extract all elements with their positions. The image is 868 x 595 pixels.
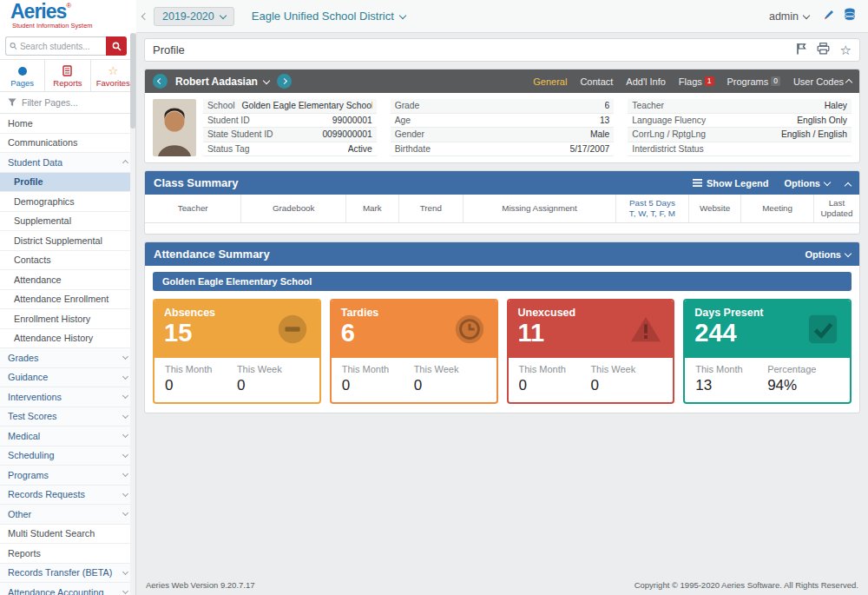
previous-student-button[interactable] xyxy=(153,74,168,89)
field-row: Grade6 xyxy=(391,99,615,114)
sidebar-item-demographics[interactable]: Demographics xyxy=(0,192,135,212)
stat-value: 0 xyxy=(519,377,591,394)
tab-pages[interactable]: Pages xyxy=(0,60,45,91)
column-header-meeting[interactable]: Meeting xyxy=(741,195,814,222)
class-summary-options-button[interactable]: Options xyxy=(784,178,830,188)
card-stats: This Month0 This Week0 xyxy=(332,358,496,402)
column-header-teacher[interactable]: Teacher xyxy=(145,195,241,222)
admin-user-label: admin xyxy=(769,10,799,23)
chevron-down-icon xyxy=(803,11,810,18)
district-select[interactable]: Eagle Unified School District xyxy=(252,10,405,23)
attendance-cards: Absences 15 This Month0 This Week0 xyxy=(153,299,852,404)
student-photo[interactable] xyxy=(153,99,196,156)
search-button[interactable] xyxy=(106,36,127,56)
class-summary-collapse-button[interactable] xyxy=(845,178,851,188)
sidebar-item-medical[interactable]: Medical xyxy=(0,426,135,446)
aeries-logo[interactable]: Aeries® Student Information System xyxy=(0,0,136,33)
page-toolbar: Profile ☆ xyxy=(144,38,860,62)
tab-addl-info[interactable]: Add'l Info xyxy=(626,76,666,87)
tardies-card[interactable]: Tardies 6 This Month0 This Week0 xyxy=(330,299,498,404)
sidebar-item-guidance[interactable]: Guidance xyxy=(0,368,135,388)
database-icon[interactable] xyxy=(844,8,856,24)
tab-favorites[interactable]: ☆ Favorites xyxy=(91,60,135,91)
print-icon[interactable] xyxy=(817,43,830,58)
column-label: Trend xyxy=(401,203,461,214)
column-header-past-5-days[interactable]: Past 5 DaysT, W, T, F, M xyxy=(616,195,689,222)
sidebar-collapse-button[interactable] xyxy=(136,9,154,24)
admin-user-menu[interactable]: admin xyxy=(769,10,809,23)
field-value: 5/17/2007 xyxy=(570,144,610,155)
district-name: Eagle Unified School District xyxy=(252,10,394,23)
sidebar-item-attendance-accounting[interactable]: Attendance Accounting xyxy=(0,583,135,595)
show-legend-button[interactable]: Show Legend xyxy=(693,178,769,188)
field-label: Status Tag xyxy=(207,144,249,155)
tab-reports[interactable]: Reports xyxy=(45,60,90,91)
attendance-school-bar[interactable]: Golden Eagle Elementary School xyxy=(153,272,852,291)
clock-icon xyxy=(453,313,486,349)
column-header-website[interactable]: Website xyxy=(689,195,742,222)
sidebar-item-other[interactable]: Other xyxy=(0,505,135,525)
sidebar-item-label: Attendance Enrollment xyxy=(14,294,108,304)
card-stats: This Month13 Percentage94% xyxy=(685,358,850,402)
sidebar-item-contacts[interactable]: Contacts xyxy=(0,251,135,271)
field-label: Language Fluency xyxy=(632,116,706,126)
tab-user-codes[interactable]: User Codes xyxy=(793,76,852,87)
top-utility-icons xyxy=(823,8,856,24)
sidebar-item-label: District Supplemental xyxy=(14,235,102,246)
field-label: State Student ID xyxy=(207,129,273,140)
column-header-last-updated[interactable]: Last Updated xyxy=(814,195,859,222)
flag-icon[interactable] xyxy=(796,43,806,58)
sidebar-item-label: Programs xyxy=(8,470,49,480)
school-year-select[interactable]: 2019-2020 xyxy=(154,7,234,26)
next-student-button[interactable] xyxy=(277,74,292,89)
tab-programs[interactable]: Programs0 xyxy=(727,76,780,87)
sidebar-item-attendance-history[interactable]: Attendance History xyxy=(0,329,135,349)
student-name-menu[interactable]: Robert Aadasian xyxy=(175,76,269,88)
days-present-card[interactable]: Days Present 244 This Month13 Percentage… xyxy=(683,299,852,404)
tab-general[interactable]: General xyxy=(533,76,567,87)
chevron-down-icon xyxy=(122,374,128,380)
sidebar-item-records-transfer-beta[interactable]: Records Transfer (BETA) xyxy=(0,564,135,584)
column-header-gradebook[interactable]: Gradebook xyxy=(241,195,346,222)
stat-label: This Week xyxy=(414,364,486,374)
sidebar-item-home[interactable]: Home xyxy=(0,114,135,134)
sidebar-item-student-data[interactable]: Student Data xyxy=(0,153,135,173)
sidebar-item-test-scores[interactable]: Test Scores xyxy=(0,407,135,427)
sidebar-item-records-requests[interactable]: Records Requests xyxy=(0,486,135,506)
pen-icon[interactable] xyxy=(823,9,835,24)
sidebar-item-scheduling[interactable]: Scheduling xyxy=(0,446,135,466)
sidebar: Pages Reports ☆ Favorites Home xyxy=(0,33,136,595)
sidebar-item-profile[interactable]: Profile xyxy=(0,173,135,193)
sidebar-item-attendance[interactable]: Attendance xyxy=(0,270,135,290)
chevron-down-icon xyxy=(122,432,128,438)
sidebar-item-district-supplemental[interactable]: District Supplemental xyxy=(0,231,135,251)
attendance-options-button[interactable]: Options xyxy=(805,249,851,260)
favorite-star-icon[interactable]: ☆ xyxy=(840,43,852,56)
sidebar-item-communications[interactable]: Communications xyxy=(0,134,135,154)
sidebar-item-multi-student-search[interactable]: Multi Student Search xyxy=(0,525,135,545)
sidebar-item-label: Enrollment History xyxy=(14,314,90,324)
attendance-summary-body: Golden Eagle Elementary School Absences … xyxy=(145,266,859,413)
sidebar-scrollbar[interactable] xyxy=(130,33,135,595)
sidebar-item-attendance-enrollment[interactable]: Attendance Enrollment xyxy=(0,290,135,310)
absences-card[interactable]: Absences 15 This Month0 This Week0 xyxy=(153,299,321,404)
sidebar-item-supplemental[interactable]: Supplemental xyxy=(0,212,135,232)
sidebar-item-reports[interactable]: Reports xyxy=(0,544,135,564)
class-summary-panel: Class Summary Show Legend Options xyxy=(144,170,860,235)
tab-contact[interactable]: Contact xyxy=(580,76,613,87)
unexcused-card[interactable]: Unexcused 11 This Month0 This Week0 xyxy=(507,299,675,404)
search-students-input[interactable] xyxy=(20,42,102,51)
chevron-down-icon xyxy=(122,491,128,497)
minus-circle-icon xyxy=(276,313,309,349)
chevron-down-icon xyxy=(399,11,406,18)
filter-pages-input[interactable] xyxy=(22,97,117,108)
column-header-trend[interactable]: Trend xyxy=(399,195,464,222)
sidebar-item-interventions[interactable]: Interventions xyxy=(0,387,135,407)
sidebar-scrollbar-thumb[interactable] xyxy=(130,33,135,129)
column-header-mark[interactable]: Mark xyxy=(346,195,399,222)
sidebar-item-grades[interactable]: Grades xyxy=(0,348,135,368)
tab-flags[interactable]: Flags1 xyxy=(679,76,714,87)
sidebar-item-programs[interactable]: Programs xyxy=(0,466,135,486)
column-header-missing-assignment[interactable]: Missing Assignment xyxy=(464,195,616,222)
sidebar-item-enrollment-history[interactable]: Enrollment History xyxy=(0,309,135,329)
